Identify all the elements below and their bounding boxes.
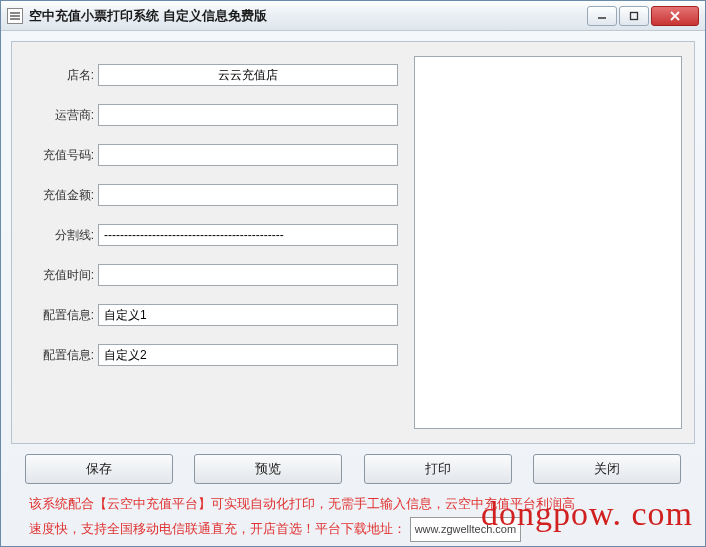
row-amount: 充值金额: [24, 184, 398, 206]
footer-line1: 该系统配合【云空中充值平台】可实现自动化打印，无需手工输入信息，云空中充值平台利… [29, 492, 677, 517]
print-button[interactable]: 打印 [364, 454, 512, 484]
close-button[interactable]: 关闭 [533, 454, 681, 484]
row-custom2: 配置信息: [24, 344, 398, 366]
row-phone: 充值号码: [24, 144, 398, 166]
preview-panel [414, 56, 682, 429]
button-row: 保存 预览 打印 关闭 [11, 444, 695, 490]
save-button[interactable]: 保存 [25, 454, 173, 484]
label-shop-name: 店名: [24, 67, 94, 84]
app-window: 空中充值小票打印系统 自定义信息免费版 店名: 运营商: [0, 0, 706, 547]
row-carrier: 运营商: [24, 104, 398, 126]
maximize-button[interactable] [619, 6, 649, 26]
input-custom2[interactable] [98, 344, 398, 366]
label-carrier: 运营商: [24, 107, 94, 124]
label-amount: 充值金额: [24, 187, 94, 204]
row-separator: 分割线: [24, 224, 398, 246]
app-icon [7, 8, 23, 24]
window-controls [587, 6, 699, 26]
input-amount[interactable] [98, 184, 398, 206]
titlebar[interactable]: 空中充值小票打印系统 自定义信息免费版 [1, 1, 705, 31]
row-time: 充值时间: [24, 264, 398, 286]
label-phone: 充值号码: [24, 147, 94, 164]
minimize-button[interactable] [587, 6, 617, 26]
client-area: 店名: 运营商: 充值号码: 充值金额: 分割线: [1, 31, 705, 546]
preview-button[interactable]: 预览 [194, 454, 342, 484]
form-panel: 店名: 运营商: 充值号码: 充值金额: 分割线: [24, 56, 398, 429]
input-time[interactable] [98, 264, 398, 286]
content-panel: 店名: 运营商: 充值号码: 充值金额: 分割线: [11, 41, 695, 444]
row-shop-name: 店名: [24, 64, 398, 86]
input-carrier[interactable] [98, 104, 398, 126]
input-shop-name[interactable] [98, 64, 398, 86]
footer-text: 该系统配合【云空中充值平台】可实现自动化打印，无需手工输入信息，云空中充值平台利… [11, 490, 695, 544]
input-custom1[interactable] [98, 304, 398, 326]
row-custom1: 配置信息: [24, 304, 398, 326]
svg-rect-1 [631, 12, 638, 19]
label-separator: 分割线: [24, 227, 94, 244]
label-custom2: 配置信息: [24, 347, 94, 364]
close-window-button[interactable] [651, 6, 699, 26]
window-title: 空中充值小票打印系统 自定义信息免费版 [29, 7, 587, 25]
label-custom1: 配置信息: [24, 307, 94, 324]
footer-line2: 速度快，支持全国移动电信联通直充，开店首选！平台下载地址： www.zgwell… [29, 517, 677, 542]
footer-url[interactable]: www.zgwelltech.com [410, 517, 521, 542]
input-separator[interactable] [98, 224, 398, 246]
label-time: 充值时间: [24, 267, 94, 284]
input-phone[interactable] [98, 144, 398, 166]
